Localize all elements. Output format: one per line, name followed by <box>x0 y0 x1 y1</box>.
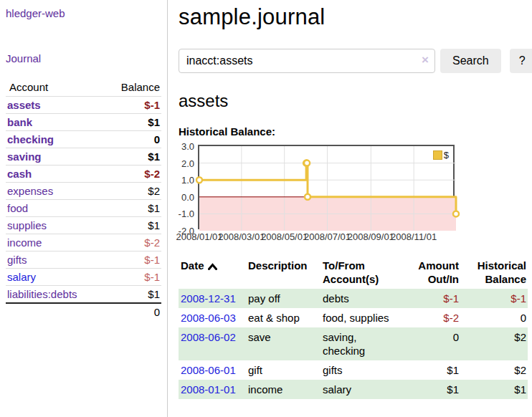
x-tick-label: 2008/09/01 <box>348 231 394 242</box>
register-row: 2008-06-03eat & shopfood, supplies$-20 <box>179 308 528 327</box>
account-row: expenses$2 <box>6 183 161 200</box>
register-table: Date Description To/From Account(s) Amou… <box>179 256 528 399</box>
account-cell: cash <box>6 166 103 183</box>
register-balance-cell: $2 <box>460 360 528 380</box>
legend-label: $ <box>444 150 449 160</box>
search-input[interactable] <box>179 49 435 73</box>
accounts-header-account: Account <box>6 79 103 97</box>
account-link-food[interactable]: food <box>7 202 28 214</box>
register-date-cell: 2008-06-02 <box>179 327 248 360</box>
account-cell: liabilities:debts <box>6 286 103 304</box>
account-link-supplies[interactable]: supplies <box>7 219 47 231</box>
register-accounts-cell: gifts <box>323 360 403 380</box>
y-tick-label: -1.0 <box>170 208 194 219</box>
account-balance: $1 <box>103 286 161 304</box>
transaction-date-link[interactable]: 2008-12-31 <box>181 292 236 305</box>
account-cell: supplies <box>6 217 103 234</box>
account-link-cash[interactable]: cash <box>7 168 32 180</box>
account-row: saving$1 <box>6 148 161 166</box>
x-tick-label: 2008/03/01 <box>218 231 265 242</box>
account-link-bank[interactable]: bank <box>7 116 32 128</box>
legend-swatch-icon <box>433 150 442 160</box>
account-balance: $-1 <box>103 269 161 286</box>
y-tick-label: 2.0 <box>170 158 194 169</box>
account-balance: $1 <box>103 200 161 217</box>
transaction-date-link[interactable]: 2008-06-01 <box>181 364 236 376</box>
register-balance-cell: $-1 <box>460 289 528 308</box>
accounts-total-value: 0 <box>103 303 161 320</box>
register-description-cell: income <box>248 380 323 399</box>
account-row: food$1 <box>6 200 161 217</box>
account-balance: $-2 <box>103 166 161 183</box>
main-content: sample.journal × Search ? assets Histori… <box>168 0 532 417</box>
clear-search-icon[interactable]: × <box>422 53 429 67</box>
transaction-date-link[interactable]: 2008-01-01 <box>181 383 236 396</box>
account-balance: 0 <box>103 131 161 148</box>
register-date-cell: 2008-06-03 <box>179 308 248 327</box>
account-row: salary$-1 <box>6 269 161 286</box>
register-accounts-cell: food, supplies <box>323 308 403 327</box>
chart-svg <box>199 146 456 231</box>
register-row: 2008-06-01giftgifts$1$2 <box>179 360 528 380</box>
nav-journal-link[interactable]: Journal <box>6 52 41 64</box>
register-description-cell: save <box>248 327 323 360</box>
register-balance-cell: $1 <box>460 380 528 399</box>
chart-x-axis: 2008/01/012008/03/012008/05/012008/07/01… <box>198 231 457 246</box>
account-row: supplies$1 <box>6 217 161 234</box>
balance-chart: $ 3.02.01.00.0-1.0-2.0 2008/01/012008/03… <box>198 145 457 246</box>
account-balance: $-2 <box>103 234 161 251</box>
account-link-checking[interactable]: checking <box>7 133 54 145</box>
register-description-cell: pay off <box>248 289 323 308</box>
search-bar: × Search ? <box>179 49 532 73</box>
sidebar: hledger-web Journal Account Balance asse… <box>0 0 168 417</box>
help-button[interactable]: ? <box>510 49 532 73</box>
transaction-date-link[interactable]: 2008-06-03 <box>181 312 236 324</box>
x-tick-label: 2008/07/01 <box>304 231 351 242</box>
account-link-salary[interactable]: salary <box>7 271 36 283</box>
accounts-total-spacer <box>6 303 103 320</box>
transaction-date-link[interactable]: 2008-06-02 <box>181 331 236 343</box>
account-heading: assets <box>179 91 532 111</box>
accounts-header-balance: Balance <box>103 79 161 97</box>
account-row: gifts$-1 <box>6 251 161 269</box>
account-row: liabilities:debts$1 <box>6 286 161 304</box>
brand-link[interactable]: hledger-web <box>6 7 65 19</box>
register-amount-cell: $-2 <box>403 308 460 327</box>
account-link-liabilities-debts[interactable]: liabilities:debts <box>7 288 77 300</box>
account-balance: $-1 <box>103 251 161 269</box>
x-tick-label: 2008/05/01 <box>261 231 308 242</box>
search-button[interactable]: Search <box>440 49 501 73</box>
register-accounts-cell: salary <box>323 380 403 399</box>
chart-plot-area: $ 3.02.01.00.0-1.0-2.0 <box>198 145 455 229</box>
account-cell: saving <box>6 148 103 166</box>
account-balance: $2 <box>103 183 161 200</box>
account-row: bank$1 <box>6 114 161 131</box>
account-cell: food <box>6 200 103 217</box>
x-tick-label: 2008/01/01 <box>176 231 222 242</box>
accounts-table-header: Account Balance <box>6 79 161 97</box>
account-balance: $-1 <box>103 97 161 114</box>
account-cell: bank <box>6 114 103 131</box>
register-header-accounts: To/From Account(s) <box>323 256 403 289</box>
accounts-table: Account Balance assets$-1bank$1checking0… <box>6 79 161 320</box>
accounts-total-row: 0 <box>6 303 161 320</box>
register-header-balance: Historical Balance <box>460 256 528 289</box>
register-balance-cell: 0 <box>460 308 528 327</box>
account-link-expenses[interactable]: expenses <box>7 185 53 197</box>
register-amount-cell: 0 <box>403 327 460 360</box>
register-header-description: Description <box>248 256 323 289</box>
account-balance: $1 <box>103 148 161 166</box>
y-tick-label: 3.0 <box>170 141 194 152</box>
account-link-saving[interactable]: saving <box>7 150 42 163</box>
register-header-date-label: Date <box>181 259 204 272</box>
account-link-assets[interactable]: assets <box>7 99 41 111</box>
register-balance-cell: $2 <box>460 327 528 360</box>
account-row: cash$-2 <box>6 166 161 183</box>
register-header-date[interactable]: Date <box>179 256 248 289</box>
register-description-cell: gift <box>248 360 323 380</box>
account-link-income[interactable]: income <box>7 236 42 249</box>
account-link-gifts[interactable]: gifts <box>7 254 27 266</box>
brand: hledger-web <box>6 7 161 19</box>
register-amount-cell: $1 <box>403 360 460 380</box>
register-header-row: Date Description To/From Account(s) Amou… <box>179 256 528 289</box>
